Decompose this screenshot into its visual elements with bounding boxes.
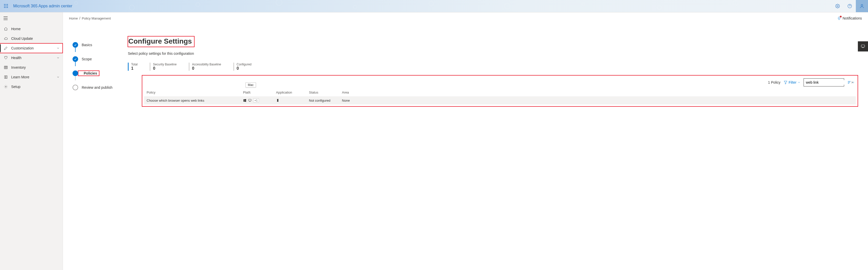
sidebar-item-setup[interactable]: Setup — [0, 82, 63, 92]
app-launcher-button[interactable] — [0, 0, 12, 12]
sidebar-item-label: Customization — [11, 46, 34, 50]
policy-table-area: 1 Policy Filter — [142, 75, 858, 106]
sidebar-item-health[interactable]: Health — [0, 53, 63, 63]
wizard-stepper: Basics Scope Policies — [63, 24, 124, 270]
sidebar-item-cloud-update[interactable]: Cloud Update — [0, 34, 63, 43]
metric-total: Total 1 — [128, 63, 137, 71]
sidebar-item-label: Learn More — [11, 75, 29, 79]
step-review-publish[interactable]: Review and publish — [72, 80, 124, 95]
step-label: Policies — [84, 71, 97, 75]
svg-point-7 — [582, 3, 585, 6]
metric-value: 0 — [192, 66, 221, 71]
table-row[interactable]: Choose which browser opens web links +1 … — [144, 96, 856, 104]
check-icon — [72, 56, 78, 62]
pending-step-icon — [72, 85, 78, 90]
table-header: Policy Platform Application Status Area — [144, 89, 856, 96]
metric-value: 1 — [131, 66, 137, 71]
metric-value: 0 — [153, 66, 177, 71]
sidebar-item-label: Cloud Update — [11, 36, 33, 40]
breadcrumb-item[interactable]: Policy Management — [82, 16, 111, 20]
policy-count: 1 Policy — [768, 80, 780, 85]
search-input[interactable] — [805, 80, 851, 85]
svg-rect-32 — [861, 45, 865, 47]
current-step-icon — [72, 70, 78, 76]
svg-rect-12 — [6, 4, 6, 5]
page-title: Configure Settings — [128, 36, 194, 47]
sidebar-item-label: Inventory — [11, 65, 26, 69]
col-area[interactable]: Area — [342, 91, 853, 94]
svg-point-23 — [861, 4, 863, 6]
svg-point-9 — [733, 1, 738, 6]
step-policies[interactable]: Policies — [72, 66, 124, 80]
page-subtitle: Select policy settings for this configur… — [128, 52, 858, 56]
sidebar-item-label: Health — [11, 56, 21, 60]
col-platform[interactable]: Platform — [243, 91, 251, 94]
svg-point-8 — [657, 6, 661, 10]
step-label: Review and publish — [82, 86, 112, 90]
svg-point-4 — [353, 5, 357, 9]
metric-value: 0 — [237, 66, 252, 71]
svg-rect-27 — [4, 66, 7, 69]
sidebar: Home Cloud Update Customization Health I… — [0, 12, 63, 270]
sidebar-item-customization[interactable]: Customization — [0, 43, 63, 53]
cell-policy: Choose which browser opens web links — [147, 99, 243, 102]
windows-icon — [243, 99, 247, 102]
account-button[interactable] — [856, 0, 868, 12]
breadcrumb: Home / Policy Management Notifications — [63, 12, 868, 24]
feedback-button[interactable] — [858, 41, 868, 52]
chevron-down-icon — [852, 81, 855, 84]
inventory-icon — [3, 65, 9, 69]
filter-button[interactable]: Filter — [783, 80, 801, 85]
cell-area: None — [342, 99, 853, 102]
gear-icon — [3, 85, 9, 89]
svg-point-1 — [129, 5, 134, 10]
col-status[interactable]: Status — [309, 91, 342, 94]
svg-rect-17 — [4, 7, 5, 8]
metric-label: Configured — [237, 63, 252, 66]
step-basics[interactable]: Basics — [72, 38, 124, 52]
svg-rect-18 — [6, 7, 6, 8]
step-scope[interactable]: Scope — [72, 52, 124, 66]
cell-platform: +1 — [243, 98, 276, 102]
top-header: Microsoft 365 Apps admin center — [0, 0, 868, 12]
metric-label: Total — [131, 63, 137, 66]
sidebar-item-inventory[interactable]: Inventory — [0, 63, 63, 72]
notifications-label: Notifications — [843, 16, 862, 20]
notifications-button[interactable]: Notifications — [837, 16, 862, 20]
svg-point-10 — [797, 5, 801, 8]
sidebar-item-home[interactable]: Home — [0, 24, 63, 34]
list-options-button[interactable] — [847, 80, 855, 85]
policy-table: Policy Platform Application Status Area … — [144, 89, 856, 104]
step-label: Scope — [82, 57, 92, 61]
svg-point-0 — [74, 2, 78, 5]
cloud-icon — [3, 36, 9, 40]
svg-point-2 — [196, 3, 200, 7]
chevron-down-icon — [57, 75, 60, 78]
svg-point-31 — [5, 86, 6, 87]
edit-icon — [3, 46, 9, 50]
svg-rect-14 — [4, 6, 5, 6]
settings-button[interactable] — [832, 0, 844, 12]
svg-point-3 — [276, 0, 282, 6]
sidebar-item-learn-more[interactable]: Learn More — [0, 72, 63, 82]
svg-rect-39 — [249, 99, 251, 101]
breadcrumb-item[interactable]: Home — [69, 16, 78, 20]
help-button[interactable] — [844, 0, 856, 12]
filter-label: Filter — [788, 80, 797, 85]
svg-point-6 — [504, 3, 510, 9]
nav-toggle[interactable] — [0, 12, 63, 24]
svg-rect-15 — [6, 6, 6, 6]
office-icon — [276, 99, 309, 102]
step-label: Basics — [82, 43, 92, 47]
cell-application — [276, 99, 309, 102]
col-application[interactable]: Application — [276, 91, 309, 94]
home-icon — [3, 27, 9, 31]
svg-rect-19 — [7, 7, 8, 8]
monitor-icon — [248, 99, 252, 102]
svg-point-20 — [837, 6, 838, 7]
check-icon — [72, 42, 78, 48]
svg-marker-33 — [784, 81, 787, 84]
chevron-down-icon — [57, 47, 60, 50]
platform-more-badge[interactable]: +1 — [253, 98, 259, 102]
col-policy[interactable]: Policy — [147, 91, 243, 94]
